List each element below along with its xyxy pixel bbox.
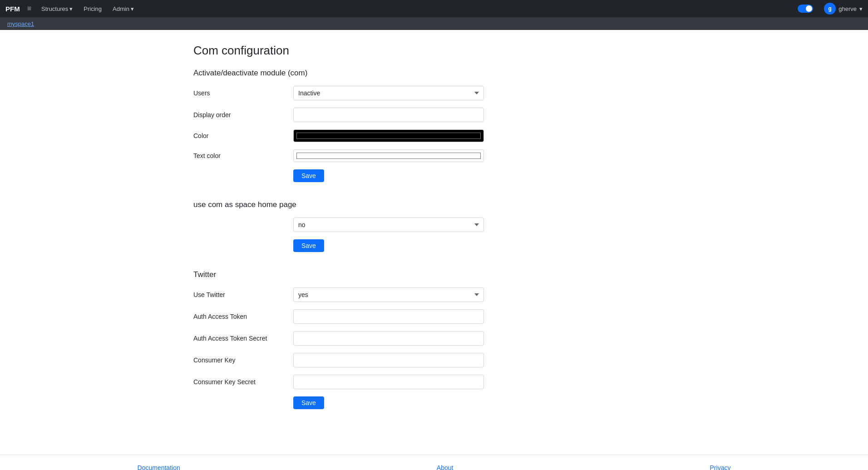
brand-logo[interactable]: PFM bbox=[5, 5, 20, 13]
footer-link-about[interactable]: About bbox=[437, 464, 454, 470]
select-users[interactable]: Inactive Active bbox=[293, 86, 484, 100]
breadcrumb-link[interactable]: myspace1 bbox=[7, 20, 34, 27]
input-display-order[interactable] bbox=[293, 108, 484, 122]
user-menu[interactable]: g gherve ▾ bbox=[824, 3, 863, 15]
navbar: PFM ≡ Structures ▾ Pricing Admin ▾ g ghe… bbox=[0, 0, 868, 17]
label-display-order: Display order bbox=[193, 111, 293, 119]
footer-link-documentation[interactable]: Documentation bbox=[138, 464, 180, 470]
page-title: Com configuration bbox=[193, 44, 675, 58]
field-display-order: Display order bbox=[193, 108, 675, 122]
label-color: Color bbox=[193, 132, 293, 139]
nav-label-pricing: Pricing bbox=[84, 5, 102, 12]
nav-item-admin[interactable]: Admin ▾ bbox=[110, 4, 137, 14]
hamburger-icon[interactable]: ≡ bbox=[27, 5, 31, 13]
nav-item-pricing[interactable]: Pricing bbox=[81, 4, 104, 14]
label-consumer-key: Consumer Key bbox=[193, 356, 293, 364]
select-homepage[interactable]: no yes bbox=[293, 218, 484, 232]
section-title-activate: Activate/deactivate module (com) bbox=[193, 69, 675, 78]
label-users: Users bbox=[193, 89, 293, 97]
input-auth-access-token[interactable] bbox=[293, 309, 484, 324]
input-auth-access-token-secret[interactable] bbox=[293, 331, 484, 346]
field-auth-access-token: Auth Access Token bbox=[193, 309, 675, 324]
nav-label-structures: Structures bbox=[41, 5, 68, 12]
chevron-down-icon-user: ▾ bbox=[859, 5, 863, 12]
section-title-twitter: Twitter bbox=[193, 270, 675, 279]
input-consumer-key-secret[interactable] bbox=[293, 375, 484, 389]
label-auth-access-token-secret: Auth Access Token Secret bbox=[193, 335, 293, 342]
section-activate-module: Activate/deactivate module (com) Users I… bbox=[193, 69, 675, 182]
username-label: gherve bbox=[838, 5, 857, 12]
label-text-color: Text color bbox=[193, 152, 293, 159]
label-use-twitter: Use Twitter bbox=[193, 291, 293, 298]
label-auth-access-token: Auth Access Token bbox=[193, 313, 293, 320]
field-consumer-key: Consumer Key bbox=[193, 353, 675, 367]
footer-link-privacy[interactable]: Privacy bbox=[710, 464, 731, 470]
section-title-homepage: use com as space home page bbox=[193, 200, 675, 209]
label-consumer-key-secret: Consumer Key Secret bbox=[193, 378, 293, 386]
avatar: g bbox=[824, 3, 836, 15]
field-use-twitter: Use Twitter yes no bbox=[193, 287, 675, 302]
section-home-page: use com as space home page no yes Save bbox=[193, 200, 675, 252]
save-button-section3[interactable]: Save bbox=[293, 396, 324, 409]
field-auth-access-token-secret: Auth Access Token Secret bbox=[193, 331, 675, 346]
toggle-knob bbox=[806, 5, 812, 12]
select-use-twitter[interactable]: yes no bbox=[293, 287, 484, 302]
field-text-color: Text color bbox=[193, 149, 675, 162]
section-twitter: Twitter Use Twitter yes no Auth Access T… bbox=[193, 270, 675, 409]
input-consumer-key[interactable] bbox=[293, 353, 484, 367]
footer: Documentation About Privacy bbox=[0, 455, 868, 470]
main-content: Com configuration Activate/deactivate mo… bbox=[184, 30, 684, 455]
save-button-section1[interactable]: Save bbox=[293, 169, 324, 182]
chevron-down-icon-admin: ▾ bbox=[131, 5, 134, 12]
breadcrumb-bar: myspace1 bbox=[0, 17, 868, 30]
input-color[interactable] bbox=[293, 129, 484, 142]
input-text-color[interactable] bbox=[293, 149, 484, 162]
field-color: Color bbox=[193, 129, 675, 142]
nav-label-admin: Admin bbox=[113, 5, 129, 12]
field-users: Users Inactive Active bbox=[193, 86, 675, 100]
save-button-section2[interactable]: Save bbox=[293, 239, 324, 252]
avatar-letter: g bbox=[829, 5, 832, 12]
nav-item-structures[interactable]: Structures ▾ bbox=[39, 4, 75, 14]
toggle-switch[interactable] bbox=[798, 5, 813, 13]
nav-toggle[interactable] bbox=[798, 5, 813, 13]
chevron-down-icon-structures: ▾ bbox=[69, 5, 73, 12]
field-homepage-select: no yes bbox=[193, 218, 675, 232]
field-consumer-key-secret: Consumer Key Secret bbox=[193, 375, 675, 389]
